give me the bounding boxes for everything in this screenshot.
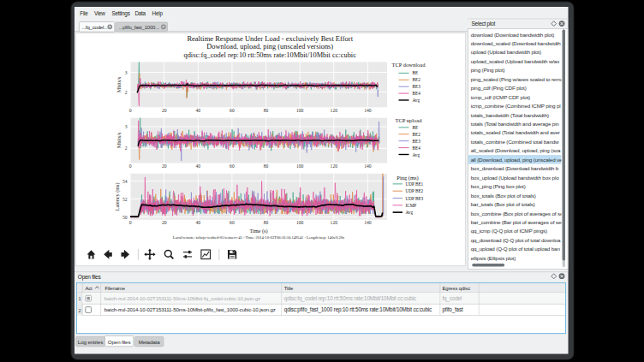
svg-text:bar_combine (Bar plot of avera: bar_combine (Bar plot of averages of ser (471, 219, 563, 225)
svg-text:box_ping (Ping box plot): box_ping (Ping box plot) (471, 183, 526, 189)
svg-text:box_upload (Upload bandwidth b: box_upload (Upload bandwidth box plo (471, 175, 559, 181)
svg-text:ping_scaled (Ping w/axes scale: ping_scaled (Ping w/axes scaled to remo (471, 76, 564, 82)
svg-text:fq_codel: fq_codel (443, 295, 462, 302)
svg-text:2: 2 (78, 308, 80, 313)
svg-text:BE4: BE4 (413, 91, 421, 96)
svg-text:...fq_codel...: ...fq_codel... (82, 25, 108, 30)
svg-text:batch-rrul-2014-10-02T153111-5: batch-rrul-2014-10-02T153111-50ms-10Mbit… (104, 306, 276, 312)
svg-text:Log entries: Log entries (78, 339, 103, 345)
svg-text:2: 2 (125, 145, 128, 151)
svg-text:20: 20 (162, 108, 167, 113)
svg-text:BE: BE (413, 70, 419, 75)
svg-text:download_scaled (Download band: download_scaled (Download bandwidth (471, 40, 562, 46)
svg-text:3: 3 (125, 70, 128, 75)
svg-text:100: 100 (296, 108, 304, 113)
svg-text:Ping (ms): Ping (ms) (397, 175, 418, 181)
svg-text:ellipsis (Ellipsis plot): ellipsis (Ellipsis plot) (471, 255, 516, 261)
svg-text:icmp_combine (Combined ICMP pi: icmp_combine (Combined ICMP ping pl (471, 103, 561, 109)
svg-text:qdisc:fq_codel rep:10 rtt:50ms: qdisc:fq_codel rep:10 rtt:50ms rate:10Mb… (284, 295, 416, 302)
svg-text:BE3: BE3 (413, 84, 421, 89)
svg-text:40: 40 (196, 220, 201, 225)
svg-text:20: 20 (162, 163, 167, 169)
svg-text:qdisc:fq_codel rep:10 rtt:50ms: qdisc:fq_codel rep:10 rtt:50ms rate:10Mb… (183, 51, 356, 59)
svg-text:50: 50 (122, 215, 128, 220)
svg-text:Filename: Filename (104, 286, 125, 291)
svg-text:0: 0 (129, 220, 132, 225)
svg-text:icmp_cdf (ICMP CDF plot): icmp_cdf (ICMP CDF plot) (471, 94, 530, 100)
svg-text:upload_scaled (Upload bandwidt: upload_scaled (Upload bandwidth w/ax (471, 58, 560, 64)
svg-text:Egress qdisc: Egress qdisc (443, 286, 471, 291)
svg-text:40: 40 (196, 108, 201, 113)
svg-text:UDP BE3: UDP BE3 (406, 196, 424, 201)
svg-text:Avg: Avg (406, 210, 414, 215)
svg-text:40: 40 (196, 163, 201, 169)
svg-text:Select plot: Select plot (472, 21, 496, 27)
svg-text:ICMP: ICMP (406, 203, 417, 208)
svg-text:80: 80 (264, 108, 269, 113)
svg-text:bar_totals (Box plot of totals: bar_totals (Box plot of totals) (471, 201, 535, 207)
svg-text:3: 3 (125, 124, 128, 129)
svg-text:Download, upload, ping (unscal: Download, upload, ping (unscaled version… (206, 43, 333, 50)
svg-text:120: 120 (331, 220, 338, 225)
svg-text:box_download (Download bandwid: box_download (Download bandwidth b (471, 165, 559, 171)
svg-text:BE3: BE3 (413, 139, 421, 144)
svg-text:pfifo_fast: pfifo_fast (443, 306, 463, 313)
svg-text:Data: Data (134, 10, 146, 16)
svg-text:120: 120 (331, 108, 338, 113)
svg-text:BE: BE (413, 125, 419, 130)
svg-text:totals_combine (Combined total: totals_combine (Combined total bandw (471, 139, 559, 145)
svg-text:Mbits/s: Mbits/s (116, 76, 122, 92)
svg-text:Metadata: Metadata (139, 339, 161, 345)
svg-text:140: 140 (364, 163, 372, 169)
svg-text:2: 2 (125, 90, 128, 95)
svg-text:totals (Total bandwidth and av: totals (Total bandwidth and average pin (471, 121, 560, 127)
svg-text:Help: Help (152, 10, 164, 17)
svg-text:box_combine (Box plot of avera: box_combine (Box plot of averages of se (471, 211, 564, 217)
svg-text:TCP download: TCP download (392, 62, 426, 68)
svg-text:batch-rrul-2014-10-02T153111-5: batch-rrul-2014-10-02T153111-50ms-10Mbit… (104, 295, 260, 301)
svg-text:BE2: BE2 (413, 77, 421, 82)
svg-text:140: 140 (364, 220, 372, 225)
svg-text:Local/remote: tohojo-testbed-0: Local/remote: tohojo-testbed-01/testserv… (173, 235, 345, 240)
svg-text:totals_scaled (Total bandwidth: totals_scaled (Total bandwidth and aver (471, 129, 560, 135)
svg-text:BE4: BE4 (413, 145, 421, 151)
svg-text:120: 120 (331, 163, 338, 169)
svg-text:Open files: Open files (108, 339, 131, 345)
svg-text:80: 80 (264, 220, 269, 225)
svg-text:Realtime Response Under Load -: Realtime Response Under Load - exclusive… (187, 34, 353, 43)
svg-text:File: File (80, 10, 88, 16)
svg-text:TCP upload: TCP upload (396, 117, 423, 123)
svg-text:all_scaled (Download, upload,: all_scaled (Download, upload, ping (sca (471, 147, 561, 153)
svg-text:Title: Title (284, 286, 294, 291)
svg-text:all (Download, upload, ping (u: all (Download, upload, ping (unscaled ve (471, 157, 563, 163)
svg-text:qdisc:pfifo_fast_1000 rep:10 r: qdisc:pfifo_fast_1000 rep:10 rtt:50ms ra… (284, 306, 432, 313)
svg-text:...pfifo_fast_1000...: ...pfifo_fast_1000... (119, 25, 159, 30)
svg-text:qq_icmp (Q-Q plot of ICMP ping: qq_icmp (Q-Q plot of ICMP pings) (471, 228, 547, 234)
svg-text:ping_cdf (Ping CDF plot): ping_cdf (Ping CDF plot) (471, 85, 527, 91)
svg-text:Open files: Open files (78, 274, 102, 281)
svg-text:Avg: Avg (413, 98, 420, 103)
svg-text:ping (Ping plot): ping (Ping plot) (471, 67, 505, 73)
svg-text:View: View (94, 10, 105, 16)
svg-text:qq_download (Q-Q plot of total: qq_download (Q-Q plot of total downloa (471, 237, 561, 243)
svg-text:52: 52 (122, 197, 128, 202)
svg-text:140: 140 (364, 108, 372, 113)
svg-text:download (Download bandwidth p: download (Download bandwidth plot) (471, 32, 554, 38)
svg-text:qq_upload (Q-Q plot of total u: qq_upload (Q-Q plot of total upload ban (471, 246, 561, 252)
svg-text:Latency (ms): Latency (ms) (115, 182, 122, 211)
svg-text:100: 100 (296, 220, 304, 225)
svg-text:0: 0 (129, 108, 132, 113)
svg-text:totals_bandwidth (Total bandwi: totals_bandwidth (Total bandwidth) (471, 112, 549, 118)
svg-text:60: 60 (230, 108, 235, 113)
svg-text:20: 20 (162, 220, 167, 225)
svg-text:UDP BE1: UDP BE1 (406, 181, 424, 187)
svg-text:60: 60 (230, 163, 235, 169)
svg-text:Time (s): Time (s) (250, 228, 268, 234)
svg-text:1: 1 (78, 296, 80, 301)
svg-text:0: 0 (129, 163, 132, 169)
svg-text:80: 80 (264, 163, 269, 169)
svg-text:box_totals (Box plot of totals: box_totals (Box plot of totals) (471, 193, 536, 199)
svg-text:Avg: Avg (413, 152, 420, 157)
svg-text:100: 100 (296, 163, 304, 169)
svg-text:Settings: Settings (112, 10, 130, 17)
